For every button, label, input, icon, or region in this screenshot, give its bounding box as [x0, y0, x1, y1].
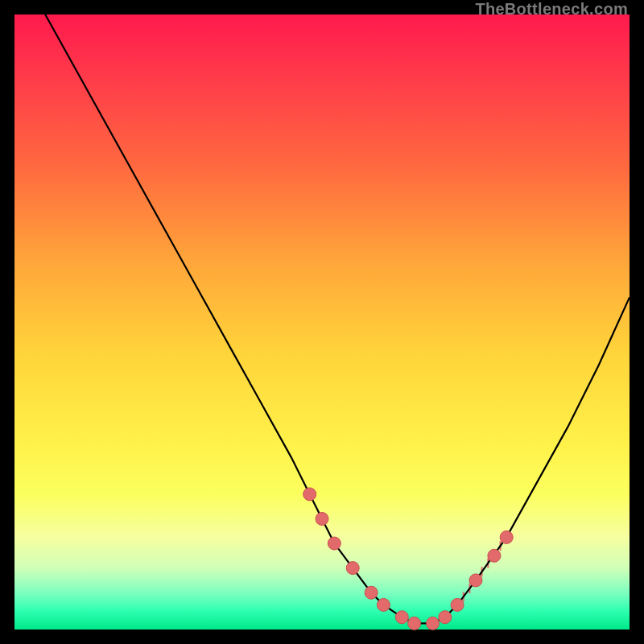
- highlight-dot: [316, 513, 328, 526]
- highlight-dot: [365, 586, 378, 599]
- highlight-dots: [303, 488, 514, 630]
- highlight-dot: [328, 537, 341, 550]
- chart-plot: [14, 14, 630, 630]
- highlight-dot: [439, 611, 452, 624]
- highlight-dot: [451, 598, 464, 611]
- highlight-dot: [469, 574, 482, 587]
- highlight-dot: [427, 617, 440, 630]
- highlight-dot: [500, 530, 513, 543]
- highlight-dot: [303, 488, 316, 501]
- highlight-dot: [488, 549, 501, 562]
- highlight-dot: [408, 617, 421, 630]
- highlight-dot: [395, 611, 408, 624]
- bottleneck-curve: [45, 14, 630, 623]
- chart-frame: TheBottleneck.com: [14, 14, 630, 630]
- highlight-dot: [377, 598, 390, 611]
- highlight-dot: [346, 562, 359, 575]
